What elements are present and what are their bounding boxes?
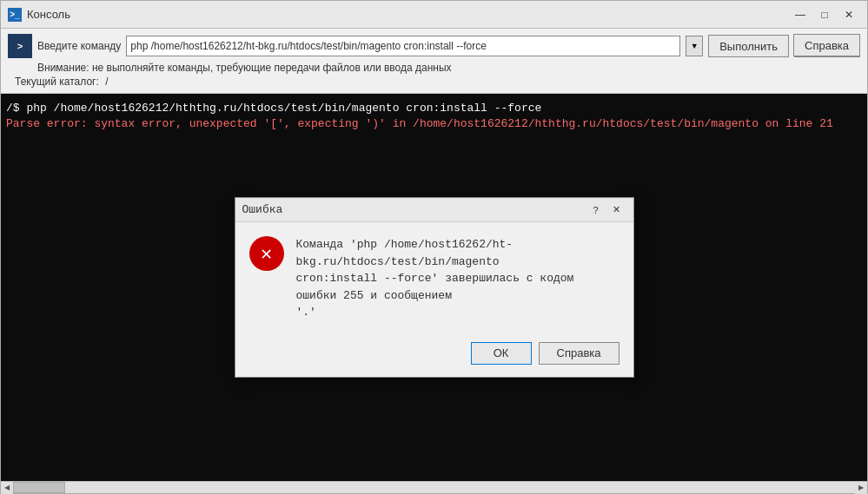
toolbar: > Введите команду ▼ Выполнить Закрыть Вн… [1, 29, 867, 94]
dialog-help-button[interactable]: ? [586, 202, 606, 218]
minimize-button[interactable]: — [789, 5, 812, 24]
dialog-overlay: Ошибка ? ✕ ✕ Команда 'php /home/host1626… [1, 94, 867, 481]
current-dir-row: Текущий каталог: / [8, 76, 860, 88]
help-button[interactable]: Справка [793, 34, 860, 56]
dialog-help-btn[interactable]: Справка [539, 342, 620, 365]
dialog-message-line1: Команда 'php /home/host16262/ht-bkg.ru/h… [296, 238, 514, 268]
scroll-left-button[interactable]: ◀ [1, 482, 13, 494]
command-input[interactable] [126, 36, 680, 56]
terminal-area: /$ php /home/host1626212/hththg.ru/htdoc… [1, 94, 867, 481]
scroll-right-button[interactable]: ▶ [855, 482, 867, 494]
terminal-icon: > [8, 34, 32, 58]
window-controls: — □ ✕ [789, 5, 860, 24]
command-row: > Введите команду ▼ Выполнить Закрыть [8, 34, 860, 58]
maximize-button[interactable]: □ [813, 5, 836, 24]
command-label: Введите команду [37, 40, 121, 52]
scroll-thumb[interactable] [13, 482, 65, 493]
app-icon: >_ [8, 8, 22, 22]
dialog-close-button[interactable]: ✕ [607, 202, 626, 218]
dropdown-arrow[interactable]: ▼ [686, 36, 703, 56]
scroll-track[interactable] [13, 482, 855, 493]
dialog-title-buttons: ? ✕ [586, 202, 626, 218]
dialog-message-line2: cron:install --force' завершилась с кодо… [296, 272, 574, 302]
dialog-ok-button[interactable]: ОК [471, 342, 532, 365]
execute-button[interactable]: Выполнить [708, 35, 789, 57]
dialog-message: Команда 'php /home/host16262/ht-bkg.ru/h… [296, 236, 620, 321]
main-window: >_ Консоль — □ ✕ > Введите команду ▼ Вып… [0, 0, 868, 494]
close-window-button[interactable]: ✕ [838, 5, 860, 24]
dialog-footer: ОК Справка [235, 335, 633, 377]
error-icon: ✕ [249, 236, 284, 271]
dialog-body: ✕ Команда 'php /home/host16262/ht-bkg.ru… [235, 222, 633, 335]
current-dir-value: / [105, 76, 108, 88]
dialog-message-line3: '.' [296, 306, 316, 319]
error-dialog: Ошибка ? ✕ ✕ Команда 'php /home/host1626… [235, 197, 634, 378]
current-dir-label: Текущий каталог: [15, 76, 99, 88]
dialog-title: Ошибка [242, 203, 586, 216]
warning-text: Внимание: не выполняйте команды, требующ… [8, 62, 860, 74]
app-icon-text: >_ [10, 10, 19, 19]
horizontal-scrollbar: ◀ ▶ [1, 481, 867, 493]
title-bar: >_ Консоль — □ ✕ [1, 1, 867, 29]
window-title: Консоль [27, 8, 789, 21]
dialog-title-bar: Ошибка ? ✕ [235, 198, 633, 222]
